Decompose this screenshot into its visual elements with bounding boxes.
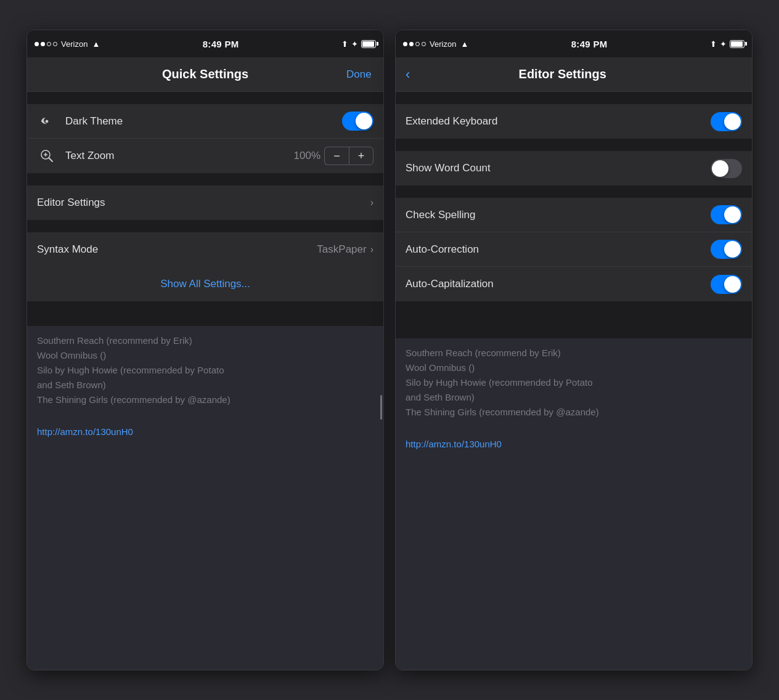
auto-capitalization-row: Auto-Capitalization xyxy=(396,267,752,301)
battery-fill-left xyxy=(362,41,374,47)
status-left-left: Verizon ▲ xyxy=(35,39,100,49)
dot-4 xyxy=(53,42,57,46)
time-left: 8:49 PM xyxy=(203,39,239,49)
extended-keyboard-toggle[interactable] xyxy=(711,112,742,131)
syntax-mode-chevron: › xyxy=(370,244,373,255)
bg-line-1-left: Southern Reach (recommend by Erik) xyxy=(37,333,373,348)
dark-theme-section: Dark Theme Text Zoo xyxy=(27,104,383,173)
nav-title-right: Editor Settings xyxy=(410,67,715,81)
left-phone-content: Dark Theme Text Zoo xyxy=(27,92,383,670)
bg-line-3-left: Silo by Hugh Howie (recommended by Potat… xyxy=(37,363,373,378)
dark-theme-toggle-thumb xyxy=(356,113,372,129)
time-right: 8:49 PM xyxy=(571,39,608,49)
check-spelling-toggle[interactable] xyxy=(711,205,742,224)
text-zoom-row: Text Zoom 100% − + xyxy=(27,139,383,173)
syntax-mode-row[interactable]: Syntax Mode TaskPaper › xyxy=(27,232,383,267)
editor-settings-label: Editor Settings xyxy=(37,197,370,209)
bluetooth-icon-right: ✦ xyxy=(720,39,727,49)
bg-line-4-right: and Seth Brown) xyxy=(406,390,742,405)
location-icon-right: ⬆ xyxy=(710,39,717,49)
battery-icon-right xyxy=(730,40,744,48)
bg-link-right[interactable]: http://amzn.to/130unH0 xyxy=(406,437,742,452)
phones-container: Verizon ▲ 8:49 PM ⬆ ✦ Quick Settings Don… xyxy=(14,17,765,683)
check-spelling-row: Check Spelling xyxy=(396,198,752,232)
extended-keyboard-thumb xyxy=(724,113,741,130)
dark-theme-icon xyxy=(37,112,57,131)
show-all-label: Show All Settings... xyxy=(160,278,250,290)
scroll-indicator-left xyxy=(380,395,382,420)
editor-settings-section: Editor Settings › xyxy=(27,185,383,220)
zoom-plus-button[interactable]: + xyxy=(349,147,373,165)
show-all-row[interactable]: Show All Settings... xyxy=(27,267,383,301)
syntax-mode-section: Syntax Mode TaskPaper › xyxy=(27,232,383,267)
extended-keyboard-section: Extended Keyboard xyxy=(396,104,752,139)
word-count-label: Show Word Count xyxy=(406,162,711,174)
dark-theme-row: Dark Theme xyxy=(27,104,383,139)
word-count-toggle[interactable] xyxy=(711,159,742,178)
bg-line-2-right: Wool Omnibus () xyxy=(406,360,742,375)
syntax-mode-label: Syntax Mode xyxy=(37,243,317,256)
carrier-label-left: Verizon xyxy=(61,39,88,49)
auto-capitalization-label: Auto-Capitalization xyxy=(406,278,711,290)
auto-capitalization-toggle[interactable] xyxy=(711,275,742,294)
status-bar-left: Verizon ▲ 8:49 PM ⬆ ✦ xyxy=(27,30,383,57)
dot-3 xyxy=(47,42,51,46)
check-spelling-thumb xyxy=(724,206,741,223)
battery-icon-left xyxy=(361,40,376,48)
back-button[interactable]: ‹ xyxy=(406,67,410,83)
text-zoom-value: 100% xyxy=(294,150,320,162)
gap-2 xyxy=(27,173,383,185)
text-zoom-icon xyxy=(37,146,57,166)
text-zoom-label: Text Zoom xyxy=(65,150,294,162)
gap-1 xyxy=(27,92,383,104)
done-button[interactable]: Done xyxy=(346,68,373,81)
gap-3 xyxy=(27,220,383,232)
nav-bar-left: Quick Settings Done xyxy=(27,57,383,92)
rdot-2 xyxy=(409,42,414,46)
dot-2 xyxy=(41,42,45,46)
battery-fill-right xyxy=(731,41,743,47)
editor-settings-row[interactable]: Editor Settings › xyxy=(27,185,383,220)
auto-correction-thumb xyxy=(724,241,741,258)
editor-settings-chevron: › xyxy=(370,197,373,208)
right-phone: Verizon ▲ 8:49 PM ⬆ ✦ ‹ Editor Settings xyxy=(395,30,752,670)
bg-line-3-right: Silo by Hugh Howie (recommended by Potat… xyxy=(406,375,742,390)
zoom-controls: − + xyxy=(324,147,373,165)
bg-line-blank-left xyxy=(37,407,373,420)
status-right-left: ⬆ ✦ xyxy=(341,39,376,49)
bg-text-area-right: Southern Reach (recommend by Erik) Wool … xyxy=(396,338,752,670)
word-count-section: Show Word Count xyxy=(396,151,752,185)
right-phone-content: Extended Keyboard Show Word Count xyxy=(396,92,752,670)
bg-text-area-left: Southern Reach (recommend by Erik) Wool … xyxy=(27,326,383,670)
signal-dots-right xyxy=(403,42,426,46)
rgap-3 xyxy=(396,185,752,198)
check-spelling-label: Check Spelling xyxy=(406,209,711,221)
dark-theme-label: Dark Theme xyxy=(65,115,342,128)
word-count-thumb xyxy=(712,160,728,177)
status-bar-right: Verizon ▲ 8:49 PM ⬆ ✦ xyxy=(396,30,752,57)
rdot-1 xyxy=(403,42,407,46)
bg-line-5-left: The Shining Girls (recommended by @azand… xyxy=(37,393,373,407)
bg-line-4-left: and Seth Brown) xyxy=(37,378,373,393)
word-count-row: Show Word Count xyxy=(396,151,752,185)
svg-point-0 xyxy=(46,120,48,123)
auto-correction-label: Auto-Correction xyxy=(406,243,711,256)
zoom-minus-button[interactable]: − xyxy=(324,147,349,165)
dark-theme-toggle[interactable] xyxy=(342,112,373,131)
rgap-1 xyxy=(396,92,752,104)
bluetooth-icon: ✦ xyxy=(351,39,358,49)
signal-dots xyxy=(35,42,57,46)
auto-correction-row: Auto-Correction xyxy=(396,232,752,267)
status-left-right: Verizon ▲ xyxy=(403,39,468,49)
carrier-label-right: Verizon xyxy=(430,39,456,49)
rdot-4 xyxy=(422,42,426,46)
rgap-4 xyxy=(396,301,752,338)
wifi-icon-left: ▲ xyxy=(92,39,100,49)
auto-correction-toggle[interactable] xyxy=(711,240,742,259)
bg-line-2-left: Wool Omnibus () xyxy=(37,348,373,363)
left-phone: Verizon ▲ 8:49 PM ⬆ ✦ Quick Settings Don… xyxy=(27,30,384,670)
bg-link-left[interactable]: http://amzn.to/130unH0 xyxy=(37,425,373,439)
nav-title-left: Quick Settings xyxy=(64,67,346,81)
bg-line-1-right: Southern Reach (recommend by Erik) xyxy=(406,346,742,360)
nav-bar-right: ‹ Editor Settings xyxy=(396,57,752,92)
